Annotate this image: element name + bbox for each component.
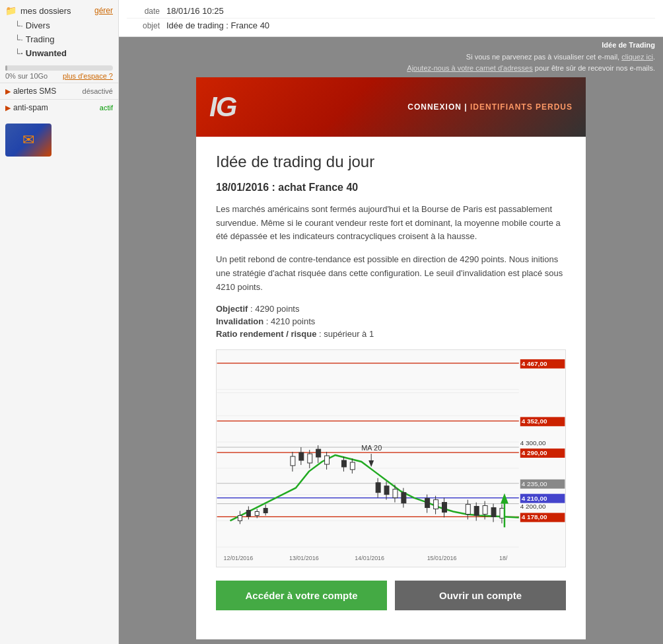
nav-connexion[interactable]: CONNEXION: [407, 102, 462, 112]
ig-email-card: IG CONNEXION | IDENTIFIANTS PERDUS Idée …: [196, 77, 586, 639]
svg-text:4 467,00: 4 467,00: [522, 359, 547, 367]
ig-nav: CONNEXION | IDENTIFIANTS PERDUS: [407, 102, 573, 112]
ig-stats: Objectif : 4290 points Invalidation : 42…: [216, 304, 566, 339]
sidebar-item-unwanted[interactable]: └· Unwanted: [15, 46, 118, 60]
svg-text:14/01/2016: 14/01/2016: [355, 555, 384, 561]
nav-separator: |: [464, 102, 467, 112]
more-space-link[interactable]: plus d'espace ?: [63, 72, 113, 80]
sidebar-option-alertes-sms[interactable]: ▶ alertes SMS désactivé: [0, 83, 118, 99]
email-info-bar: Idée de Trading Si vous ne parvenez pas …: [119, 37, 663, 77]
sidebar-item-label: Trading: [26, 34, 55, 44]
svg-text:13/01/2016: 13/01/2016: [289, 555, 319, 561]
folder-label: mes dossiers: [20, 6, 71, 16]
svg-text:12/01/2016: 12/01/2016: [224, 555, 254, 561]
objet-value: Idée de trading : France 40: [166, 20, 269, 30]
info-title: Idée de Trading: [602, 41, 655, 49]
sidebar: 📁 mes dossiers gérer └· Divers └· Tradin…: [0, 0, 119, 644]
svg-text:4 235,00: 4 235,00: [522, 480, 547, 487]
svg-rect-29: [299, 452, 304, 460]
svg-rect-53: [442, 502, 447, 512]
svg-rect-39: [350, 462, 355, 470]
info-link2[interactable]: Ajoutez-nous à votre carnet d'adresses: [407, 64, 532, 72]
storage-section: 0% sur 10Go plus d'espace ?: [0, 60, 118, 83]
sidebar-item-divers[interactable]: └· Divers: [15, 18, 118, 32]
storage-text: 0% sur 10Go plus d'espace ?: [5, 72, 113, 80]
email-objet-row: objet Idée de trading : France 40: [127, 18, 655, 32]
svg-rect-61: [491, 507, 496, 517]
svg-rect-31: [308, 454, 312, 463]
indent-icon: └·: [15, 34, 23, 44]
ig-paragraph2: Un petit rebond de contre-tendance est p…: [216, 253, 566, 294]
storage-percent: 0% sur 10Go: [5, 72, 48, 80]
svg-text:MA 20: MA 20: [361, 444, 382, 452]
svg-rect-21: [246, 510, 250, 516]
svg-rect-23: [255, 511, 259, 515]
svg-text:15/01/2016: 15/01/2016: [427, 555, 457, 561]
invalidation-line: Invalidation : 4210 points: [216, 316, 566, 326]
date-value: 18/01/16 10:25: [166, 6, 224, 16]
ig-header: IG CONNEXION | IDENTIFIANTS PERDUS: [196, 77, 586, 137]
objectif-line: Objectif : 4290 points: [216, 304, 566, 314]
svg-rect-0: [217, 350, 565, 567]
ratio-line: Ratio rendement / risque : supérieur à 1: [216, 329, 566, 339]
ig-subtitle: 18/01/2016 : achat France 40: [216, 182, 566, 194]
svg-rect-57: [474, 506, 479, 515]
open-account-button[interactable]: Ouvrir un compte: [395, 581, 566, 610]
svg-rect-33: [316, 449, 321, 457]
email-content-wrapper: Idée de Trading Si vous ne parvenez pas …: [119, 37, 663, 644]
ig-buttons: Accéder à votre compte Ouvrir un compte: [216, 581, 566, 624]
sidebar-folder-mes-dossiers[interactable]: 📁 mes dossiers gérer: [0, 3, 118, 18]
folder-icon: 📁: [5, 5, 17, 16]
option-status: désactivé: [83, 87, 113, 95]
sidebar-sub-items: └· Divers └· Trading └· Unwanted: [0, 18, 118, 60]
svg-rect-35: [325, 456, 330, 464]
arrow-icon: ▶: [5, 104, 11, 112]
nav-lost[interactable]: IDENTIFIANTS PERDUS: [470, 102, 573, 112]
option-label: anti-spam: [13, 103, 48, 112]
svg-rect-49: [425, 498, 430, 507]
sidebar-item-label: Divers: [26, 20, 50, 30]
svg-rect-27: [291, 456, 295, 466]
option-status: actif: [100, 104, 113, 112]
invalidation-label: Invalidation: [216, 316, 263, 326]
svg-rect-51: [434, 499, 438, 509]
info-line2b: pour être sûr de recevoir nos e-mails.: [535, 64, 655, 72]
svg-rect-45: [393, 489, 398, 497]
envelope-icon: ✉: [22, 131, 34, 149]
info-line1: Si vous ne parvenez pas à visualiser cet…: [466, 53, 619, 61]
sidebar-option-anti-spam[interactable]: ▶ anti-spam actif: [0, 99, 118, 116]
email-header: date 18/01/16 10:25 objet Idée de tradin…: [119, 0, 663, 37]
arrow-icon: ▶: [5, 87, 11, 96]
access-account-button[interactable]: Accéder à votre compte: [216, 581, 387, 610]
svg-rect-37: [341, 460, 346, 467]
ratio-value: : supérieur à 1: [319, 329, 374, 339]
main-content: date 18/01/16 10:25 objet Idée de tradin…: [119, 0, 663, 644]
svg-text:4 290,00: 4 290,00: [522, 449, 547, 456]
svg-text:18/: 18/: [499, 555, 508, 561]
info-link1[interactable]: cliquez ici: [621, 53, 653, 61]
email-body: Idée de Trading Si vous ne parvenez pas …: [119, 37, 663, 644]
objectif-value: : 4290 points: [250, 304, 299, 314]
ig-paragraph1: Les marchés américains sont fermés aujou…: [216, 203, 566, 244]
svg-text:4 352,00: 4 352,00: [522, 417, 547, 425]
ig-logo: IG: [209, 91, 236, 123]
manage-link[interactable]: gérer: [94, 6, 113, 15]
date-label: date: [127, 7, 166, 16]
sidebar-item-trading[interactable]: └· Trading: [15, 32, 118, 46]
storage-bar-track: [5, 65, 113, 71]
svg-rect-55: [466, 504, 470, 514]
email-date-row: date 18/01/16 10:25: [127, 4, 655, 18]
sidebar-promo: ✉: [0, 118, 118, 162]
sidebar-item-label: Unwanted: [26, 48, 67, 58]
indent-icon: └·: [15, 20, 23, 30]
promo-box: ✉: [5, 124, 52, 157]
ig-title: Idée de trading du jour: [216, 153, 566, 171]
svg-text:4 200,00: 4 200,00: [520, 502, 546, 509]
ratio-label: Ratio rendement / risque: [216, 329, 316, 339]
svg-rect-41: [376, 482, 380, 492]
storage-bar-fill: [5, 65, 7, 71]
svg-text:4 300,00: 4 300,00: [520, 439, 546, 447]
svg-rect-19: [238, 515, 242, 520]
ig-body: Idée de trading du jour 18/01/2016 : ach…: [196, 137, 586, 639]
objet-label: objet: [127, 21, 166, 30]
